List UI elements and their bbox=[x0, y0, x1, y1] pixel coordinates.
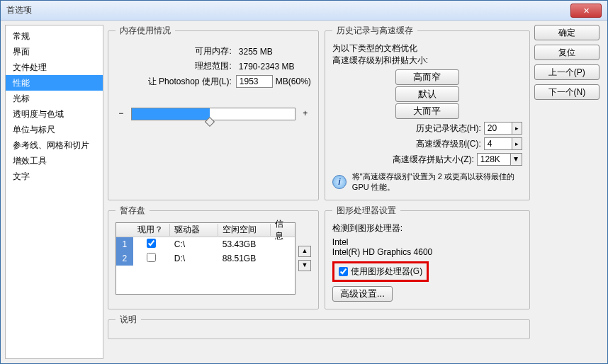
row-number: 1 bbox=[116, 237, 133, 251]
history-states-input[interactable] bbox=[484, 122, 512, 135]
advanced-settings-button[interactable]: 高级设置... bbox=[332, 286, 393, 302]
drive-cell: C:\ bbox=[170, 239, 218, 249]
scratch-table: 现用？ 驱动器 空闲空间 信息 1C:\53.43GB2D:\88.51GB bbox=[116, 222, 295, 295]
sidebar-item[interactable]: 参考线、网格和切片 bbox=[6, 137, 103, 153]
gpu-vendor: Intel bbox=[332, 237, 522, 247]
let-ps-use-label: 让 Photoshop 使用(L): bbox=[116, 76, 236, 88]
dialog-buttons: 确定 复位 上一个(P) 下一个(N) bbox=[534, 21, 607, 363]
slider-minus-button[interactable]: − bbox=[116, 108, 127, 120]
ideal-range-label: 理想范围: bbox=[116, 60, 236, 72]
table-row[interactable]: 1C:\53.43GB bbox=[116, 237, 295, 251]
sidebar-item[interactable]: 文字 bbox=[6, 169, 103, 184]
gpu-model: Intel(R) HD Graphics 4600 bbox=[332, 247, 522, 257]
table-row[interactable]: 2D:\88.51GB bbox=[116, 251, 295, 266]
spinner-icon[interactable]: ▸ bbox=[512, 122, 522, 135]
avail-mem-value: 3255 MB bbox=[236, 47, 273, 57]
col-info: 信息 bbox=[271, 218, 295, 242]
active-checkbox[interactable] bbox=[147, 253, 156, 262]
info-icon: i bbox=[332, 175, 347, 189]
memory-group: 内存使用情况 可用内存:3255 MB 理想范围:1790-2343 MB 让 … bbox=[108, 25, 319, 200]
reorder-controls: ▲ ▼ bbox=[298, 222, 311, 295]
chevron-down-icon[interactable]: ▾ bbox=[511, 153, 522, 166]
spinner-icon[interactable]: ▸ bbox=[512, 137, 522, 150]
avail-mem-label: 可用内存: bbox=[116, 45, 236, 57]
sidebar-item[interactable]: 透明度与色域 bbox=[6, 106, 103, 122]
description-legend: 说明 bbox=[116, 314, 141, 326]
sidebar-item[interactable]: 文件处理 bbox=[6, 59, 103, 75]
use-gpu-checkbox[interactable] bbox=[339, 267, 348, 276]
gpu-group: 图形处理器设置 检测到图形处理器: Intel Intel(R) HD Grap… bbox=[325, 205, 530, 309]
cache-levels-label: 高速缓存级别(C): bbox=[416, 138, 484, 150]
sidebar: 常规界面文件处理性能光标透明度与色域单位与标尺参考线、网格和切片增效工具文字 bbox=[5, 25, 103, 359]
col-active: 现用？ bbox=[133, 224, 170, 236]
free-cell: 88.51GB bbox=[218, 254, 271, 263]
ideal-range-value: 1790-2343 MB bbox=[236, 62, 295, 72]
move-up-button[interactable]: ▲ bbox=[298, 246, 311, 257]
slider-fill bbox=[132, 108, 210, 120]
free-cell: 53.43GB bbox=[218, 239, 271, 249]
scratch-legend: 暂存盘 bbox=[116, 205, 150, 217]
memory-suffix: MB(60%) bbox=[273, 76, 311, 86]
close-icon[interactable]: ✕ bbox=[570, 4, 602, 18]
window-title: 首选项 bbox=[6, 4, 32, 16]
preferences-window: 首选项 ✕ 常规界面文件处理性能光标透明度与色域单位与标尺参考线、网格和切片增效… bbox=[0, 0, 608, 364]
ok-button[interactable]: 确定 bbox=[534, 25, 599, 40]
history-legend: 历史记录与高速缓存 bbox=[332, 25, 417, 37]
sidebar-item[interactable]: 常规 bbox=[6, 28, 103, 44]
cache-info-text: 将"高速缓存级别"设置为 2 或更高以获得最佳的 GPU 性能。 bbox=[352, 171, 522, 193]
big-flat-button[interactable]: 大而平 bbox=[395, 103, 459, 119]
history-states-label: 历史记录状态(H): bbox=[416, 123, 484, 135]
optimize-hint: 为以下类型的文档优化 高速缓存级别和拼贴大小: bbox=[332, 42, 522, 67]
sidebar-item[interactable]: 界面 bbox=[6, 44, 103, 59]
memory-slider[interactable] bbox=[131, 108, 295, 120]
col-drive: 驱动器 bbox=[170, 224, 218, 236]
use-gpu-label: 使用图形处理器(G) bbox=[351, 266, 422, 278]
col-free: 空闲空间 bbox=[218, 224, 271, 236]
history-cache-group: 历史记录与高速缓存 为以下类型的文档优化 高速缓存级别和拼贴大小: 高而窄 默认… bbox=[325, 25, 530, 200]
sidebar-item[interactable]: 光标 bbox=[6, 91, 103, 106]
scratch-disk-group: 暂存盘 现用？ 驱动器 空闲空间 信息 1C:\53.43GB2D:\88.51… bbox=[108, 205, 319, 309]
cache-levels-input[interactable] bbox=[484, 137, 512, 150]
tall-thin-button[interactable]: 高而窄 bbox=[395, 69, 459, 85]
active-checkbox[interactable] bbox=[147, 239, 156, 248]
default-button[interactable]: 默认 bbox=[395, 86, 459, 102]
drive-cell: D:\ bbox=[170, 254, 218, 263]
gpu-detected-label: 检测到图形处理器: bbox=[332, 222, 522, 234]
reset-button[interactable]: 复位 bbox=[534, 45, 599, 60]
use-gpu-highlight: 使用图形处理器(G) bbox=[332, 261, 429, 282]
move-down-button[interactable]: ▼ bbox=[298, 260, 311, 271]
prev-button[interactable]: 上一个(P) bbox=[534, 64, 599, 80]
memory-legend: 内存使用情况 bbox=[116, 25, 175, 37]
table-header: 现用？ 驱动器 空闲空间 信息 bbox=[116, 223, 295, 237]
cache-tile-select[interactable] bbox=[477, 153, 511, 166]
sidebar-item[interactable]: 单位与标尺 bbox=[6, 122, 103, 137]
description-group: 说明 bbox=[108, 314, 530, 339]
gpu-legend: 图形处理器设置 bbox=[332, 205, 400, 217]
row-number: 2 bbox=[116, 251, 133, 266]
titlebar: 首选项 ✕ bbox=[1, 1, 607, 21]
slider-plus-button[interactable]: + bbox=[300, 108, 311, 120]
sidebar-item[interactable]: 增效工具 bbox=[6, 153, 103, 169]
cache-tile-label: 高速缓存拼贴大小(Z): bbox=[393, 154, 477, 166]
sidebar-item[interactable]: 性能 bbox=[6, 75, 103, 91]
memory-input[interactable] bbox=[236, 75, 273, 88]
main-panel: 内存使用情况 可用内存:3255 MB 理想范围:1790-2343 MB 让 … bbox=[103, 21, 534, 363]
next-button[interactable]: 下一个(N) bbox=[534, 84, 599, 100]
